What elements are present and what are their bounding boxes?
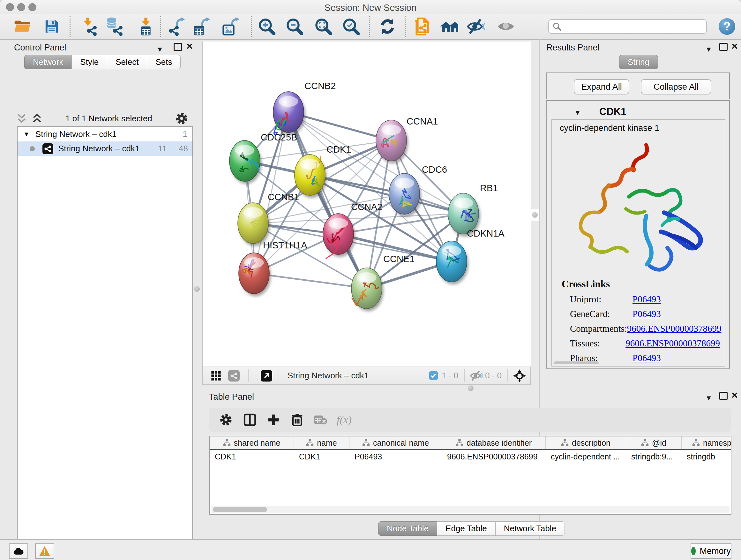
expand-all-chevron-icon[interactable]	[32, 114, 42, 123]
collection-expander-icon[interactable]: ▼	[23, 131, 30, 138]
warnings-button[interactable]	[35, 543, 54, 559]
main-toolbar: ?	[0, 14, 741, 40]
network-type-icon[interactable]	[228, 370, 240, 381]
column-header-description[interactable]: description	[546, 436, 626, 449]
app-window: Session: New Session	[0, 0, 741, 560]
tab-network[interactable]: Network	[24, 55, 72, 69]
toolbar-search	[548, 19, 707, 34]
crosslink-value-link[interactable]: P06493	[632, 353, 661, 363]
show-columns-icon[interactable]	[244, 414, 256, 426]
results-panel-float-icon[interactable]	[719, 43, 728, 51]
network-edge-CCNB2-CCNE1[interactable]	[288, 112, 367, 288]
column-header-database-identifier[interactable]: database identifier	[442, 436, 546, 449]
export-network-button[interactable]	[168, 17, 187, 36]
control-panel-float-icon[interactable]	[174, 43, 182, 51]
function-builder-icon[interactable]: f(x)	[337, 414, 352, 426]
tab-style[interactable]: Style	[71, 55, 107, 69]
crosslinks-title: CrossLinks	[562, 278, 610, 290]
network-selected-status: 1 of 1 Network selected	[42, 114, 176, 124]
export-image-button[interactable]	[222, 17, 240, 36]
table-cell[interactable]: cyclin-dependent ...	[546, 450, 626, 463]
tab-node-table[interactable]: Node Table	[378, 521, 437, 536]
zoom-in-button[interactable]	[258, 17, 276, 36]
column-header-namespace[interactable]: namespace	[682, 436, 731, 449]
network-collection-row[interactable]: ▼ String Network – cdk1 1	[17, 127, 192, 141]
delete-column-trash-icon[interactable]	[291, 414, 303, 426]
cloud-status-button[interactable]	[9, 543, 28, 559]
table-cell[interactable]: 9606.ENSP00000378699	[442, 450, 546, 463]
zoom-fit-button[interactable]	[314, 17, 333, 36]
tab-network-table[interactable]: Network Table	[495, 521, 565, 536]
column-header-canonical-name[interactable]: canonical name	[349, 436, 442, 449]
zoom-out-button[interactable]	[285, 17, 304, 36]
create-column-plus-icon[interactable]	[268, 414, 279, 426]
crosslink-value-link[interactable]: P06493	[632, 309, 661, 319]
left-splitter-handle[interactable]	[194, 286, 200, 292]
network-node-HIST1H1A[interactable]: HIST1H1A	[239, 240, 307, 296]
hide-panel-eye-slash-button[interactable]	[467, 17, 485, 36]
network-node-CDC6[interactable]: CDC6	[389, 165, 447, 217]
open-session-button[interactable]	[13, 17, 31, 36]
right-splitter[interactable]	[531, 209, 539, 221]
table-cell[interactable]: P06493	[349, 450, 442, 463]
table-cell[interactable]: stringdb:9...	[626, 450, 682, 463]
open-in-window-icon[interactable]	[261, 370, 272, 381]
cloud-icon	[13, 547, 24, 555]
table-hscrollbar-thumb[interactable]	[213, 507, 267, 512]
expand-all-button[interactable]: Expand All	[574, 79, 629, 95]
home-stringify-button[interactable]	[440, 17, 458, 36]
node-label-CDC25B: CDC25B	[261, 132, 297, 142]
column-header-name[interactable]: name	[294, 436, 349, 449]
crosslink-value-link[interactable]: P06493	[632, 294, 661, 305]
import-network-database-button[interactable]	[105, 17, 123, 36]
network-canvas[interactable]: CCNB2CCNA1CDC25BCDK1CDC6RB1CCNB1CCNA2CDK…	[202, 42, 531, 367]
table-panel-float-icon[interactable]	[719, 392, 728, 400]
table-cell[interactable]: CDK1	[210, 450, 294, 463]
control-panel-menu-icon[interactable]: ▼	[156, 45, 163, 54]
help-button[interactable]: ?	[719, 18, 735, 35]
table-panel-close-icon[interactable]: ×	[731, 392, 738, 398]
show-eye-button[interactable]	[496, 17, 515, 36]
import-table-file-button[interactable]	[137, 17, 155, 36]
results-hscrollbar-thumb[interactable]	[554, 361, 599, 364]
import-network-file-button[interactable]	[82, 17, 100, 36]
results-panel-close-icon[interactable]: ×	[731, 43, 738, 49]
crosslink-value-link[interactable]: 9606.ENSP00000378699	[627, 323, 722, 334]
network-row[interactable]: String Network – cdk1 11 48	[17, 141, 192, 156]
export-table-button[interactable]	[192, 17, 211, 36]
delete-table-icon[interactable]	[314, 414, 327, 426]
tab-sets[interactable]: Sets	[147, 55, 181, 69]
tab-edge-table[interactable]: Edge Table	[437, 521, 495, 536]
section-expander-icon[interactable]: ▼	[574, 109, 581, 117]
network-graph[interactable]: CCNB2CCNA1CDC25BCDK1CDC6RB1CCNB1CCNA2CDK…	[203, 42, 531, 367]
table-cell[interactable]: stringdb	[682, 450, 731, 463]
crosslink-label: GeneCard:	[570, 309, 632, 319]
table-options-gear-icon[interactable]	[220, 414, 232, 426]
results-panel-menu-icon[interactable]: ▼	[705, 45, 712, 54]
control-panel-close-icon[interactable]: ×	[186, 43, 193, 49]
network-options-gear-icon[interactable]	[176, 112, 188, 125]
crosshair-icon[interactable]	[513, 369, 526, 382]
save-session-button[interactable]	[43, 17, 61, 36]
refresh-button[interactable]	[378, 17, 397, 36]
selected-checkbox-icon[interactable]	[429, 371, 438, 380]
network-node-CDKN1A[interactable]: CDKN1A	[436, 228, 504, 285]
clone-network-button[interactable]	[413, 17, 431, 36]
collapse-all-button[interactable]: Collapse All	[641, 79, 711, 95]
column-header--id[interactable]: @id	[626, 436, 682, 449]
memory-button[interactable]: Memory	[690, 543, 731, 559]
grid-view-icon[interactable]	[211, 371, 221, 381]
tab-select[interactable]: Select	[107, 55, 147, 69]
table-cell[interactable]: CDK1	[294, 450, 349, 463]
column-header-shared-name[interactable]: shared name	[210, 436, 294, 449]
current-network-dot-icon	[30, 146, 35, 151]
memory-status-dot-icon	[691, 547, 696, 555]
table-hscrollbar[interactable]	[211, 506, 730, 513]
table-panel-menu-icon[interactable]: ▼	[705, 394, 712, 402]
tab-string[interactable]: String	[619, 55, 658, 69]
crosslink-value-link[interactable]: 9606.ENSP00000378699	[625, 338, 720, 349]
node-label-CCNB1: CCNB1	[268, 192, 299, 202]
search-input[interactable]	[564, 21, 699, 32]
zoom-selected-button[interactable]	[342, 17, 360, 36]
collapse-all-chevron-icon[interactable]	[17, 114, 27, 123]
